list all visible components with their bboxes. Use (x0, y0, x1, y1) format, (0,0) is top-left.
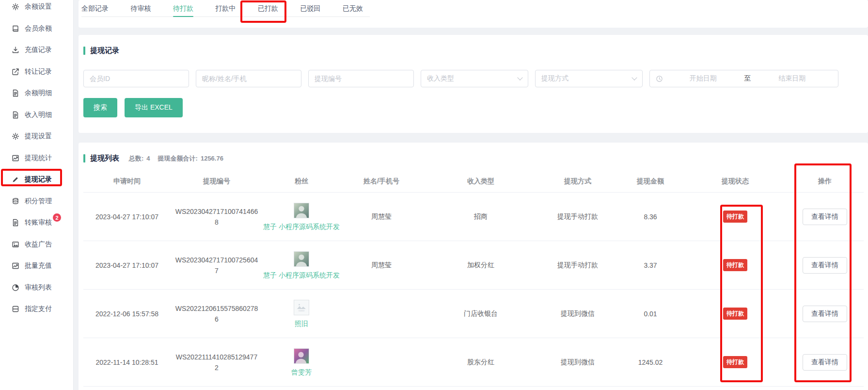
status-badge: 待打款 (723, 211, 747, 223)
nickname-input[interactable] (196, 70, 301, 87)
sidebar-item-transfer-records[interactable]: 转让记录 (0, 61, 73, 83)
sidebar-item-designated-payment[interactable]: 指定支付 (0, 298, 73, 320)
sidebar-item-label: 转让记录 (25, 67, 52, 76)
cell-method: 提现到微信 (539, 358, 616, 367)
cell-apply-time: 2023-04-27 17:10:07 (83, 213, 171, 221)
view-details-button[interactable]: 查看详情 (803, 306, 847, 322)
book-icon (12, 25, 19, 32)
gear-icon (12, 132, 19, 140)
sidebar-item-withdraw-records[interactable]: 提现记录 (0, 169, 73, 191)
download-icon (12, 46, 19, 54)
sidebar-item-label-wrap: 转账审核 2 (25, 218, 52, 227)
status-tabs: 全部记录 待审核 待打款 打款中 已打款 已驳回 已无效 (81, 4, 370, 17)
tab-all-records[interactable]: 全部记录 (81, 4, 109, 16)
fan-name-link[interactable]: 曾雯芳 (291, 368, 312, 376)
withdraw-no-input[interactable] (308, 70, 414, 87)
member-id-input[interactable] (83, 70, 189, 87)
col-header-method: 提现方式 (539, 177, 616, 186)
fan-name-link[interactable]: 慧子 小程序源码系统开发 (263, 222, 340, 231)
search-section-head: 提现记录 (83, 46, 858, 55)
total-label: 总数: (129, 154, 143, 163)
cell-income-type: 招商 (423, 212, 539, 221)
sidebar-item-withdraw-settings[interactable]: 提现设置 (0, 126, 73, 147)
withdraw-no-text: WS20230427171007414668 (175, 206, 258, 228)
notification-badge: 2 (53, 213, 61, 222)
sidebar-item-label: 提现设置 (25, 132, 52, 141)
tab-paid[interactable]: 已打款 (258, 4, 278, 16)
list-stats: 总数: 4 提现金额合计: 1256.76 (129, 154, 223, 163)
search-button[interactable]: 搜索 (83, 98, 117, 117)
start-date-placeholder: 开始日期 (663, 74, 743, 83)
status-badge: 待打款 (723, 308, 747, 320)
tab-rejected[interactable]: 已驳回 (300, 4, 320, 16)
withdraw-method-select[interactable]: 提现方式 (535, 70, 643, 87)
cell-income-type: 加权分红 (423, 261, 539, 270)
sidebar-item-label: 提现统计 (25, 154, 52, 162)
sidebar-item-label: 余额明细 (25, 89, 52, 98)
cell-name: 周慧莹 (340, 261, 423, 270)
sidebar-item-revenue-ads[interactable]: 收益广告 (0, 234, 73, 256)
withdraw-method-placeholder: 提现方式 (541, 74, 568, 83)
view-details-button[interactable]: 查看详情 (803, 257, 847, 274)
fan-name-link[interactable]: 慧子 小程序源码系统开发 (263, 271, 340, 279)
sidebar-item-points-management[interactable]: 积分管理 (0, 191, 73, 212)
cell-method: 提现手动打款 (539, 212, 616, 221)
sidebar-item-member-balance[interactable]: 会员余额 (0, 18, 73, 40)
export-excel-button[interactable]: 导出 EXCEL (125, 98, 183, 117)
sidebar-item-transfer-review[interactable]: 转账审核 2 (0, 212, 73, 234)
image-icon (12, 241, 19, 248)
withdraw-no-text: WS20221114102851294772 (175, 352, 258, 373)
cell-income-type: 股东分红 (423, 358, 539, 367)
sidebar-item-label: 批量充值 (25, 261, 52, 270)
sidebar-item-withdraw-stats[interactable]: 提现统计 (0, 147, 73, 169)
view-details-button[interactable]: 查看详情 (803, 354, 847, 371)
withdraw-no-text: WS20221206155758602786 (175, 303, 258, 325)
fan-avatar (294, 251, 309, 267)
cell-amount: 3.37 (616, 261, 684, 269)
filter-row: 收入类型 提现方式 开始日期 至 结束日期 (83, 70, 858, 87)
table-row: 2022-11-14 10:28:51 WS202211141028512947… (83, 338, 864, 387)
date-range-picker[interactable]: 开始日期 至 结束日期 (649, 70, 838, 87)
sidebar-item-recharge-records[interactable]: 充值记录 (0, 39, 73, 61)
cell-status: 待打款 (684, 308, 786, 320)
sidebar-item-label: 收益广告 (25, 240, 52, 249)
tab-invalid[interactable]: 已无效 (343, 4, 363, 16)
clock-icon (656, 75, 663, 82)
tab-paying[interactable]: 打款中 (215, 4, 236, 16)
sidebar-item-review-list[interactable]: 审核列表 (0, 277, 73, 299)
amount-sum-value: 1256.76 (201, 155, 223, 162)
sidebar-item-label: 指定支付 (25, 305, 52, 313)
view-details-button[interactable]: 查看详情 (803, 209, 847, 225)
date-separator: 至 (743, 74, 752, 83)
income-type-select[interactable]: 收入类型 (421, 70, 528, 87)
external-link-icon (12, 68, 19, 76)
sidebar-item-label: 充值记录 (25, 46, 52, 54)
cell-withdraw-no: WS20221114102851294772 (171, 352, 263, 373)
tab-pending-payment[interactable]: 待打款 (173, 4, 193, 16)
sidebar-item-balance-details[interactable]: 余额明细 (0, 82, 73, 104)
chart-line-icon (12, 262, 19, 270)
cell-amount: 1245.02 (616, 358, 684, 366)
cell-fan: □□□□ 照旧 (263, 300, 340, 328)
sidebar-item-income-details[interactable]: 收入明细 (0, 104, 73, 126)
sidebar-item-batch-recharge[interactable]: 批量充值 (0, 255, 73, 277)
sidebar-item-label: 转账审核 (25, 218, 52, 226)
section-accent-bar (83, 47, 85, 55)
cell-action: 查看详情 (786, 306, 864, 322)
main-content: 全部记录 待审核 待打款 打款中 已打款 已驳回 已无效 提现记录 收入类型 (79, 0, 868, 390)
file-text-icon (12, 111, 19, 119)
cell-name: 周慧莹 (340, 212, 423, 221)
tab-pending-review[interactable]: 待审核 (130, 4, 151, 16)
file-text-icon (12, 89, 19, 97)
income-type-placeholder: 收入类型 (427, 74, 454, 83)
sidebar-item-label: 收入明细 (25, 111, 52, 119)
sidebar-item-balance-settings[interactable]: 余额设置 (0, 0, 73, 18)
withdraw-table: 申请时间 提现编号 粉丝 姓名/手机号 收入类型 提现方式 提现金额 提现状态 … (83, 171, 864, 387)
status-tabs-card: 全部记录 待审核 待打款 打款中 已打款 已驳回 已无效 (79, 0, 868, 28)
cell-fan: 曾雯芳 (263, 348, 340, 376)
fan-name-link[interactable]: 照旧 (295, 319, 308, 328)
fan-avatar (294, 203, 309, 218)
list-section-title: 提现列表 (90, 154, 119, 163)
list-section-head: 提现列表 总数: 4 提现金额合计: 1256.76 (83, 154, 868, 163)
total-value: 4 (146, 155, 150, 162)
